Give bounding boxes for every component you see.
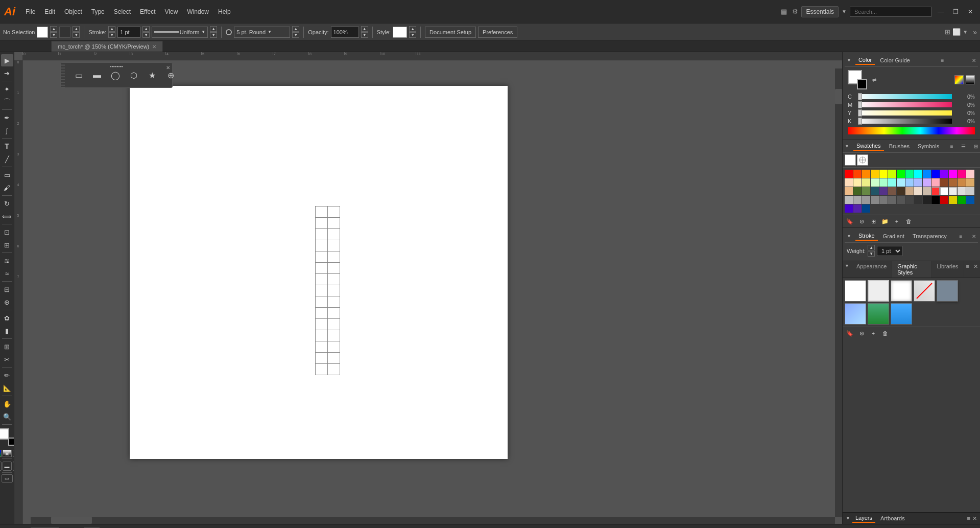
new-swatch-button[interactable]: + bbox=[892, 217, 902, 226]
menu-window[interactable]: Window bbox=[183, 6, 213, 17]
c-slider-track[interactable] bbox=[858, 94, 952, 99]
gradient-box-icon[interactable] bbox=[966, 75, 975, 84]
stroke-indicator[interactable] bbox=[8, 438, 15, 446]
k-slider-track[interactable] bbox=[858, 119, 952, 124]
layers-menu[interactable]: ≡ bbox=[967, 515, 970, 521]
color-gradient-icon[interactable] bbox=[954, 75, 964, 84]
color-fill-stroke[interactable] bbox=[848, 70, 867, 89]
list-item[interactable] bbox=[958, 187, 966, 195]
list-item[interactable] bbox=[868, 280, 889, 302]
doc-tab[interactable]: mc_torch* @ 150% (CMYK/Preview) ✕ bbox=[51, 41, 163, 52]
selection-tool[interactable]: ▶ bbox=[1, 54, 13, 66]
color-mode-gradient[interactable]: ▣ bbox=[3, 450, 12, 457]
horizontal-scrollbar[interactable] bbox=[31, 517, 835, 524]
workspace-icon[interactable]: ⚙ bbox=[792, 8, 798, 15]
list-item[interactable] bbox=[862, 178, 870, 187]
list-item[interactable] bbox=[966, 196, 974, 204]
color-mode-color[interactable]: ◻ bbox=[0, 450, 2, 457]
list-item[interactable] bbox=[853, 170, 862, 178]
list-item[interactable] bbox=[958, 196, 966, 204]
libraries-tab[interactable]: Libraries bbox=[931, 261, 964, 278]
list-item[interactable] bbox=[845, 280, 866, 302]
panel-toggle-icon[interactable]: » bbox=[973, 28, 977, 36]
artboard-tool[interactable]: ⊞ bbox=[1, 340, 13, 353]
swatches-list-view[interactable]: ☰ bbox=[961, 144, 966, 149]
op-down[interactable]: ▼ bbox=[361, 32, 368, 38]
hscroll-thumb[interactable] bbox=[51, 517, 92, 524]
list-item[interactable] bbox=[958, 178, 966, 187]
fill-up-arrow[interactable]: ▲ bbox=[50, 26, 57, 32]
ss-down[interactable]: ▼ bbox=[210, 32, 217, 38]
list-item[interactable] bbox=[853, 204, 862, 213]
arrange-icon[interactable]: ⊞ bbox=[945, 28, 950, 36]
gs-new-button[interactable]: + bbox=[868, 329, 878, 338]
line-tool[interactable]: ╱ bbox=[1, 153, 13, 165]
graphic-styles-tab[interactable]: Graphic Styles bbox=[892, 261, 931, 278]
subtoolbar-close[interactable]: ✕ bbox=[166, 65, 170, 71]
menu-type[interactable]: Type bbox=[87, 6, 109, 17]
c-slider-thumb[interactable] bbox=[858, 93, 862, 100]
gs-break-link[interactable]: ⊗ bbox=[856, 329, 867, 338]
column-graph-tool[interactable]: ▮ bbox=[1, 325, 13, 337]
list-item[interactable] bbox=[862, 187, 870, 195]
list-item[interactable] bbox=[931, 196, 940, 204]
list-item[interactable] bbox=[888, 170, 896, 178]
lasso-tool[interactable]: ⌒ bbox=[1, 96, 13, 108]
list-item[interactable] bbox=[914, 196, 922, 204]
k-slider-thumb[interactable] bbox=[858, 118, 862, 125]
gs-collapse-arrow[interactable]: ▼ bbox=[843, 261, 851, 278]
delete-swatch-button[interactable]: 🗑 bbox=[903, 217, 914, 226]
ss-up[interactable]: ▲ bbox=[210, 26, 217, 32]
new-color-group-button[interactable]: 📁 bbox=[880, 217, 890, 226]
color-panel-menu[interactable]: ≡ bbox=[941, 58, 944, 63]
polygon-tool[interactable]: ⬡ bbox=[126, 67, 141, 83]
list-item[interactable] bbox=[966, 170, 974, 178]
sw-up[interactable]: ▲ bbox=[868, 245, 875, 250]
color-panel-close[interactable]: ✕ bbox=[972, 58, 976, 63]
stroke-tab[interactable]: Stroke bbox=[855, 232, 878, 241]
gs-close[interactable]: ✕ bbox=[971, 261, 980, 278]
vscroll-thumb[interactable] bbox=[835, 89, 842, 104]
panel-grip[interactable] bbox=[61, 63, 65, 87]
close-button[interactable]: ✕ bbox=[965, 7, 976, 16]
show-kinds-button[interactable]: ⊘ bbox=[856, 217, 867, 226]
document-setup-button[interactable]: Document Setup bbox=[425, 27, 476, 38]
list-item[interactable] bbox=[914, 280, 935, 302]
stroke-swatch-large[interactable] bbox=[857, 79, 867, 89]
free-transform-tool[interactable]: ⊟ bbox=[1, 283, 13, 295]
list-item[interactable] bbox=[853, 187, 862, 195]
paintbrush-tool[interactable]: 🖌 bbox=[1, 181, 13, 194]
list-item[interactable] bbox=[853, 178, 862, 187]
doc-mode-icon[interactable]: ▤ bbox=[781, 8, 787, 15]
menu-help[interactable]: Help bbox=[214, 6, 235, 17]
stroke-collapse-arrow[interactable]: ▼ bbox=[847, 234, 851, 239]
list-item[interactable] bbox=[923, 196, 931, 204]
list-item[interactable] bbox=[871, 187, 879, 195]
list-item[interactable] bbox=[966, 178, 974, 187]
swatches-collapse-arrow[interactable]: ▼ bbox=[845, 144, 849, 149]
fill-stroke-switcher[interactable] bbox=[0, 428, 14, 446]
slice-tool[interactable]: ✂ bbox=[1, 353, 13, 365]
stroke-style-dropdown[interactable]: Uniform ▼ bbox=[152, 27, 208, 38]
list-item[interactable] bbox=[949, 170, 957, 178]
vertical-scrollbar[interactable] bbox=[835, 68, 842, 517]
gradient-tab[interactable]: Gradient bbox=[880, 232, 907, 240]
list-item[interactable] bbox=[853, 196, 862, 204]
puppet-warp-tool[interactable]: ⊕ bbox=[1, 296, 13, 308]
list-item[interactable] bbox=[958, 170, 966, 178]
op-up[interactable]: ▲ bbox=[361, 26, 368, 32]
draw-mode-back[interactable]: ▬ bbox=[3, 462, 12, 471]
reshape-tool[interactable]: ⊞ bbox=[1, 239, 13, 251]
toolbar-chevron[interactable]: ▼ bbox=[963, 29, 968, 35]
list-item[interactable] bbox=[905, 178, 914, 187]
list-item[interactable] bbox=[845, 196, 853, 204]
b-down[interactable]: ▼ bbox=[292, 32, 299, 38]
ellipse-tool[interactable]: ◯ bbox=[108, 67, 123, 83]
maximize-button[interactable]: ❐ bbox=[950, 7, 962, 16]
stroke-panel-close[interactable]: ✕ bbox=[972, 234, 976, 239]
list-item[interactable] bbox=[891, 280, 912, 302]
none-swatch[interactable] bbox=[845, 154, 856, 166]
list-item[interactable] bbox=[888, 187, 896, 195]
style-swatch[interactable] bbox=[393, 27, 407, 38]
stroke-value-input[interactable] bbox=[117, 27, 140, 38]
